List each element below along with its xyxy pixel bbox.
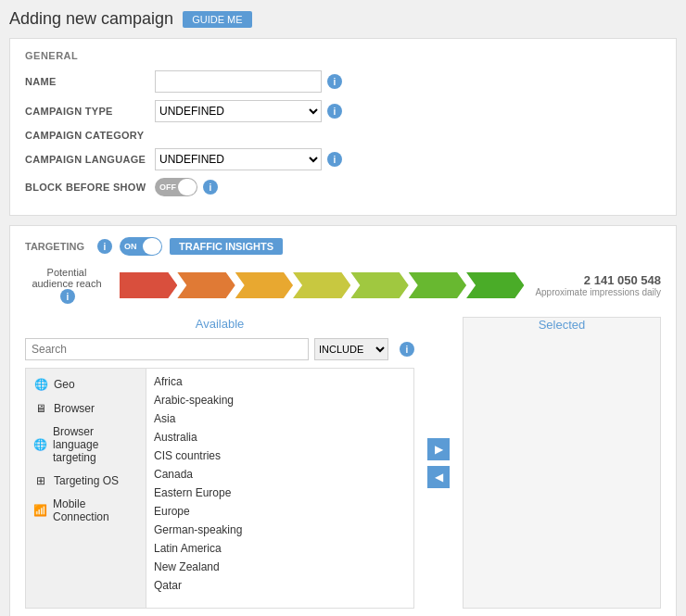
geo-value-item[interactable]: German-speaking xyxy=(154,521,406,539)
targeting-section: TARGETING i ON TRAFFIC INSIGHTS Potentia… xyxy=(9,225,677,616)
audience-info-icon[interactable]: i xyxy=(60,289,75,304)
bar-segment-0 xyxy=(120,272,177,298)
category-name: Targeting OS xyxy=(54,474,119,487)
name-info-icon[interactable]: i xyxy=(327,74,342,89)
campaign-category-label: CAMPAIGN CATEGORY xyxy=(25,130,155,141)
geo-value-item[interactable]: Australia xyxy=(154,428,406,446)
category-name: Mobile Connection xyxy=(53,497,138,523)
audience-label: Potential audience reach i xyxy=(25,267,108,304)
geo-value-item[interactable]: Eastern Europe xyxy=(154,484,406,502)
selected-header: Selected xyxy=(464,318,660,332)
block-before-show-row: BLOCK BEFORE SHOW OFF i xyxy=(25,178,661,196)
toggle-on-label: ON xyxy=(124,242,137,251)
category-icon: ⊞ xyxy=(33,473,48,488)
category-item[interactable]: 🌐Browser language targeting xyxy=(26,421,146,469)
geo-value-item[interactable]: CIS countries xyxy=(154,446,406,465)
campaign-language-select[interactable]: UNDEFINED xyxy=(155,148,322,170)
transfer-arrows: ▶ ◀ xyxy=(424,317,453,609)
category-name: Browser language targeting xyxy=(53,425,138,464)
campaign-type-info-icon[interactable]: i xyxy=(327,104,342,119)
page-title: Adding new campaign xyxy=(9,9,173,29)
targeting-toggle-knob xyxy=(143,238,161,255)
geo-value-item[interactable]: Latin America xyxy=(154,539,406,558)
category-icon: 🌐 xyxy=(33,377,48,392)
bar-segment-5 xyxy=(409,272,466,298)
geo-value-item[interactable]: Africa xyxy=(154,372,406,391)
toggle-knob xyxy=(178,179,197,195)
name-label: NAME xyxy=(25,76,155,87)
audience-stats: 2 141 050 548 Approximate impressions da… xyxy=(535,273,661,297)
targeting-columns: Available INCLUDE i 🌐Geo🖥Browser🌐Browser… xyxy=(25,317,661,609)
traffic-insights-button[interactable]: TRAFFIC INSIGHTS xyxy=(170,238,283,255)
category-icon: 🖥 xyxy=(33,401,48,416)
category-icon: 🌐 xyxy=(33,437,47,452)
campaign-type-select[interactable]: UNDEFINED xyxy=(155,100,322,122)
category-name: Browser xyxy=(54,402,95,415)
geo-value-item[interactable]: Arabic-speaking xyxy=(154,391,406,409)
bar-segment-4 xyxy=(350,272,408,298)
targeting-inner: 🌐Geo🖥Browser🌐Browser language targeting⊞… xyxy=(25,368,414,609)
search-row: INCLUDE i xyxy=(25,338,414,360)
bar-segment-1 xyxy=(177,272,235,298)
selected-panel: Selected xyxy=(463,317,661,609)
toggle-off-label: OFF xyxy=(159,182,176,192)
category-item[interactable]: 🌐Geo xyxy=(26,372,146,396)
geo-value-item[interactable]: Asia xyxy=(154,409,406,428)
geo-value-item[interactable]: Canada xyxy=(154,465,406,484)
include-select[interactable]: INCLUDE xyxy=(314,338,388,360)
search-input[interactable] xyxy=(25,338,309,360)
audience-reach-row: Potential audience reach i 2 141 050 548… xyxy=(25,267,661,304)
category-item[interactable]: 🖥Browser xyxy=(26,396,146,421)
audience-bar xyxy=(120,272,524,298)
guide-me-button[interactable]: GUIDE ME xyxy=(183,11,251,28)
campaign-language-row: CAMPAIGN LANGUAGE UNDEFINED i xyxy=(25,148,661,170)
campaign-type-label: CAMPAIGN TYPE xyxy=(25,106,155,117)
campaign-type-row: CAMPAIGN TYPE UNDEFINED i xyxy=(25,100,661,122)
category-item[interactable]: ⊞Targeting OS xyxy=(26,469,146,493)
category-name: Geo xyxy=(54,378,75,391)
block-before-show-label: BLOCK BEFORE SHOW xyxy=(25,182,155,193)
category-list: 🌐Geo🖥Browser🌐Browser language targeting⊞… xyxy=(26,369,146,608)
geo-value-item[interactable]: Qatar xyxy=(154,576,406,595)
targeting-header: TARGETING i ON TRAFFIC INSIGHTS xyxy=(25,237,661,256)
bar-segment-3 xyxy=(293,272,350,298)
campaign-category-row: CAMPAIGN CATEGORY xyxy=(25,130,661,141)
general-section: GENERAL NAME i CAMPAIGN TYPE UNDEFINED i… xyxy=(9,38,677,216)
available-panel: Available INCLUDE i 🌐Geo🖥Browser🌐Browser… xyxy=(25,317,414,609)
remove-from-selected-button[interactable]: ◀ xyxy=(427,466,450,488)
geo-value-item[interactable]: Europe xyxy=(154,502,406,521)
category-icon: 📶 xyxy=(33,503,47,518)
general-section-label: GENERAL xyxy=(25,50,661,61)
name-row: NAME i xyxy=(25,70,661,93)
search-info-icon[interactable]: i xyxy=(400,342,414,357)
targeting-label: TARGETING xyxy=(25,241,84,252)
bar-segment-6 xyxy=(466,272,524,298)
targeting-toggle[interactable]: ON xyxy=(120,237,162,256)
campaign-language-info-icon[interactable]: i xyxy=(327,152,342,167)
name-input[interactable] xyxy=(155,70,322,93)
values-list: AfricaArabic-speakingAsiaAustraliaCIS co… xyxy=(146,369,413,608)
category-item[interactable]: 📶Mobile Connection xyxy=(26,493,146,528)
targeting-info-icon[interactable]: i xyxy=(97,239,112,254)
add-to-selected-button[interactable]: ▶ xyxy=(427,438,450,460)
block-before-show-toggle[interactable]: OFF xyxy=(155,178,197,196)
available-header: Available xyxy=(25,317,414,331)
campaign-language-label: CAMPAIGN LANGUAGE xyxy=(25,154,155,165)
geo-value-item[interactable]: New Zealand xyxy=(154,558,406,576)
block-before-show-info-icon[interactable]: i xyxy=(203,180,218,195)
bar-segment-2 xyxy=(235,272,293,298)
page-header: Adding new campaign GUIDE ME xyxy=(9,9,677,29)
